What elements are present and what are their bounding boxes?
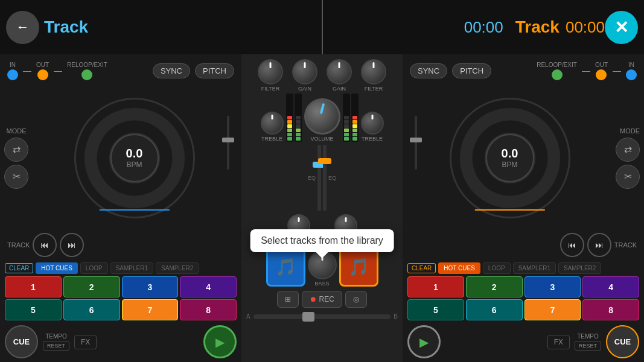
sync-button-right[interactable]: SYNC xyxy=(410,63,447,78)
reset-button-right[interactable]: RESET xyxy=(575,341,601,351)
volume-knob[interactable] xyxy=(304,98,340,135)
hot-area-left: CLEAR HOT CUES LOOP SAMPLER1 SAMPLER2 1 … xyxy=(1,260,240,323)
gain-knob-left[interactable] xyxy=(292,59,317,84)
in-label-left: IN xyxy=(10,62,16,68)
mode-btn-search-right[interactable]: ✂ xyxy=(616,165,640,189)
treble-knob-right[interactable] xyxy=(361,112,384,135)
track-next-left[interactable]: ⏭ xyxy=(60,233,84,257)
mixer-top-knobs: FILTER GAIN GAIN FILTER xyxy=(252,54,392,92)
fx-button-right[interactable]: FX xyxy=(547,335,570,349)
hot-cue-2-right[interactable]: 2 xyxy=(466,276,523,297)
track-label-left: Track xyxy=(44,17,88,37)
close-button[interactable]: ✕ xyxy=(605,11,638,44)
clear-button-left[interactable]: CLEAR xyxy=(5,263,33,273)
filter-knob-left[interactable] xyxy=(258,59,283,84)
in-label-right: IN xyxy=(628,62,634,68)
hot-cue-7-left[interactable]: 7 xyxy=(122,299,179,320)
mode-btn-arrows-left[interactable]: ⇄ xyxy=(4,138,28,162)
hot-cue-5-right[interactable]: 5 xyxy=(407,299,464,320)
pitch-button-right[interactable]: PITCH xyxy=(452,63,491,78)
bpm-line-right xyxy=(474,209,544,211)
cue-button-left[interactable]: CUE xyxy=(5,325,38,358)
deck-left: IN — OUT — RELOOP/EXIT SYNC PITCH xyxy=(0,54,241,362)
crossfader-thumb xyxy=(302,312,314,322)
hot-cue-3-right[interactable]: 3 xyxy=(524,276,581,297)
back-button[interactable]: ← xyxy=(6,11,39,44)
filter-label-right: FILTER xyxy=(365,86,383,92)
tooltip-text: Select tracks from the library xyxy=(261,235,383,246)
hot-cues-tab-left[interactable]: HOT CUES xyxy=(36,262,78,274)
hot-cue-6-right[interactable]: 6 xyxy=(466,299,523,320)
vu-meter-left xyxy=(286,94,302,142)
fader-right[interactable] xyxy=(323,145,327,211)
mode-label-left: MODE xyxy=(4,127,28,135)
fader-thumb-right xyxy=(318,158,331,164)
out-led-right xyxy=(596,69,607,80)
center-divider xyxy=(322,0,323,54)
sampler2-tab-left[interactable]: SAMPLER2 xyxy=(156,262,199,274)
sampler1-tab-right[interactable]: SAMPLER1 xyxy=(513,262,556,274)
bpm-line-left xyxy=(99,209,169,211)
play-button-left[interactable]: ▶ xyxy=(203,325,237,358)
tooltip: Select tracks from the library xyxy=(250,229,394,252)
fader-left[interactable] xyxy=(317,145,321,211)
fx-button-left[interactable]: FX xyxy=(74,335,97,349)
sampler2-tab-right[interactable]: SAMPLER2 xyxy=(558,262,601,274)
hot-cue-8-right[interactable]: 8 xyxy=(582,299,639,320)
hot-area-right: CLEAR HOT CUES LOOP SAMPLER1 SAMPLER2 1 … xyxy=(404,260,643,323)
clear-button-right[interactable]: CLEAR xyxy=(407,263,436,273)
hot-cue-6-left[interactable]: 6 xyxy=(63,299,120,320)
mode-btn-arrows-right[interactable]: ⇄ xyxy=(616,138,640,162)
hot-cue-7-right[interactable]: 7 xyxy=(524,299,581,320)
hot-cues-tab-right[interactable]: HOT CUES xyxy=(438,262,480,274)
close-icon: ✕ xyxy=(614,17,628,37)
hot-cue-2-left[interactable]: 2 xyxy=(63,276,120,297)
track-label-right: Track xyxy=(515,17,560,37)
bpm-value-left: 0.0 xyxy=(126,147,143,160)
track-label-sm-right: TRACK xyxy=(614,241,637,249)
mixer-button[interactable]: ⊞ xyxy=(277,291,299,308)
music-add-button-right[interactable]: 🎵 xyxy=(339,247,378,287)
sampler1-tab-left[interactable]: SAMPLER1 xyxy=(110,262,153,274)
target-button[interactable]: ◎ xyxy=(345,291,367,308)
hot-cue-5-left[interactable]: 5 xyxy=(5,299,62,320)
music-add-button-left[interactable]: 🎵 xyxy=(266,247,305,287)
mode-btn-search-left[interactable]: ✂ xyxy=(4,165,28,189)
hot-cue-4-right[interactable]: 4 xyxy=(582,276,639,297)
bpm-value-right: 0.0 xyxy=(502,147,518,160)
pitch-button-left[interactable]: PITCH xyxy=(195,63,234,78)
tempo-label-left: TEMPO xyxy=(45,333,67,340)
hot-cue-8-left[interactable]: 8 xyxy=(180,299,237,320)
gain-knob-right[interactable] xyxy=(327,59,352,84)
play-button-right[interactable]: ▶ xyxy=(407,325,441,358)
out-led-left xyxy=(37,69,48,80)
loop-tab-left[interactable]: LOOP xyxy=(80,262,108,274)
in-led-right xyxy=(626,69,637,80)
treble-knob-left[interactable] xyxy=(261,112,284,135)
hot-cue-3-left[interactable]: 3 xyxy=(122,276,179,297)
hot-cue-4-left[interactable]: 4 xyxy=(180,276,237,297)
rec-button[interactable]: ⏺ REC xyxy=(302,291,342,308)
reset-button-left[interactable]: RESET xyxy=(43,341,69,351)
reloop-led-right xyxy=(552,69,563,80)
bpm-label-right: BPM xyxy=(502,160,517,169)
in-led-left xyxy=(7,69,18,80)
sync-button-left[interactable]: SYNC xyxy=(153,63,190,78)
track-next-right[interactable]: ⏭ xyxy=(587,233,611,257)
turntable-right[interactable]: 0.0 BPM xyxy=(450,98,570,218)
hot-cue-1-right[interactable]: 1 xyxy=(407,276,464,297)
turntable-left[interactable]: 0.0 BPM xyxy=(74,98,195,218)
crossfader[interactable] xyxy=(253,314,391,319)
track-prev-left[interactable]: ⏮ xyxy=(33,233,57,257)
deck-left-top-controls: IN — OUT — RELOOP/EXIT SYNC PITCH xyxy=(1,56,240,86)
hot-cue-1-left[interactable]: 1 xyxy=(5,276,62,297)
filter-knob-right[interactable] xyxy=(361,59,386,84)
pitch-slider-left[interactable] xyxy=(219,116,237,170)
cue-button-right[interactable]: CUE xyxy=(606,325,639,358)
pitch-thumb-left xyxy=(222,138,234,142)
loop-tab-right[interactable]: LOOP xyxy=(483,262,511,274)
bpm-label-left: BPM xyxy=(126,160,142,169)
deck-right-top-controls: SYNC PITCH RELOOP/EXIT — OUT — IN xyxy=(404,56,643,86)
track-prev-right[interactable]: ⏮ xyxy=(560,233,584,257)
track-time-right: 00:00 xyxy=(566,18,605,37)
